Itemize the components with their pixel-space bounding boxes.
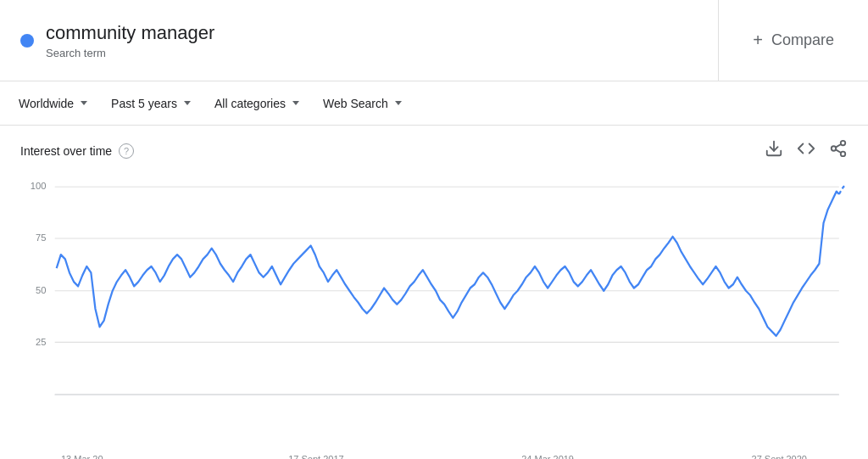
svg-text:100: 100: [31, 181, 47, 191]
share-icon[interactable]: [829, 139, 848, 162]
x-label-2: 17 Sept 2017: [288, 454, 343, 459]
search-type-filter[interactable]: Web Search: [314, 92, 410, 115]
time-range-filter[interactable]: Past 5 years: [103, 92, 199, 115]
search-type-chevron-icon: [395, 101, 402, 105]
chart-title-row: Interest over time ?: [20, 143, 134, 159]
x-label-3: 24 Mar 2019: [521, 454, 574, 459]
search-term-type: Search term: [46, 47, 214, 59]
header: community manager Search term + Compare: [0, 0, 868, 81]
chart-header: Interest over time ?: [20, 139, 848, 162]
category-filter[interactable]: All categories: [206, 92, 308, 115]
term-color-dot: [20, 34, 34, 48]
search-type-label: Web Search: [323, 97, 388, 110]
svg-text:75: 75: [36, 232, 46, 243]
trend-dotted-end: [839, 185, 846, 194]
svg-line-5: [836, 144, 841, 148]
chart-title: Interest over time: [20, 144, 112, 158]
chart-container: 100 75 50 25 13 Mar 20... 17 Sept 2017 2…: [20, 169, 848, 449]
svg-line-4: [836, 149, 841, 153]
x-label-4: 27 Sept 2020: [752, 454, 807, 459]
download-icon[interactable]: [765, 139, 783, 162]
chart-actions: [765, 139, 848, 162]
time-range-label: Past 5 years: [111, 97, 177, 110]
region-label: Worldwide: [19, 97, 74, 110]
embed-icon[interactable]: [797, 139, 815, 162]
filters-bar: Worldwide Past 5 years All categories We…: [0, 81, 868, 126]
x-axis-labels: 13 Mar 20... 17 Sept 2017 24 Mar 2019 27…: [20, 454, 848, 459]
region-filter[interactable]: Worldwide: [10, 92, 96, 115]
region-chevron-icon: [81, 101, 87, 105]
compare-plus-icon: +: [753, 31, 763, 50]
svg-text:25: 25: [36, 336, 46, 346]
svg-text:50: 50: [36, 285, 46, 295]
trend-polyline: [57, 192, 839, 336]
category-chevron-icon: [292, 101, 299, 105]
compare-label: Compare: [771, 31, 834, 49]
help-icon[interactable]: ?: [119, 143, 134, 159]
category-label: All categories: [214, 97, 286, 110]
chart-section: Interest over time ?: [0, 126, 868, 456]
search-term-name: community manager: [46, 22, 214, 44]
trend-line-chart: 100 75 50 25: [20, 169, 848, 449]
x-label-1: 13 Mar 20...: [61, 454, 111, 459]
search-term-section: community manager Search term: [0, 0, 719, 81]
time-range-chevron-icon: [184, 101, 191, 105]
search-term-text: community manager Search term: [46, 22, 214, 59]
compare-button[interactable]: + Compare: [719, 0, 868, 81]
